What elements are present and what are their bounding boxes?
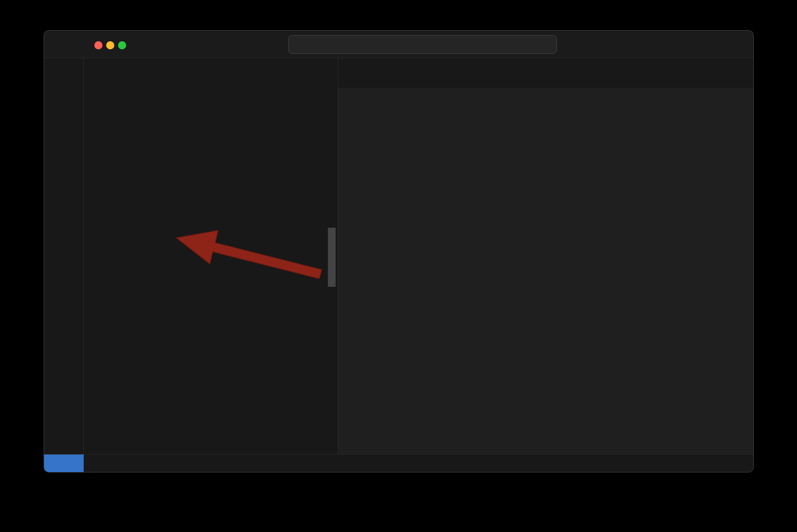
metals-sidebar	[84, 58, 338, 454]
minimize-window-button[interactable]	[106, 41, 114, 49]
history-back-button[interactable]	[244, 40, 256, 51]
activity-bar	[44, 58, 84, 454]
workbench	[44, 58, 753, 454]
more-actions-icon[interactable]	[309, 66, 323, 80]
tab-bar	[338, 58, 753, 88]
status-bar	[44, 454, 753, 472]
vscode-window	[44, 31, 753, 472]
breadcrumb	[338, 88, 753, 106]
remote-indicator[interactable]	[44, 454, 84, 472]
sidebar-scrollbar[interactable]	[328, 228, 336, 287]
code-editor[interactable]	[338, 106, 753, 454]
overview-ruler[interactable]	[740, 106, 753, 454]
zoom-window-button[interactable]	[118, 41, 126, 49]
command-center-search[interactable]	[288, 35, 557, 54]
history-forward-button[interactable]	[269, 40, 280, 51]
minimap[interactable]	[695, 106, 740, 454]
remote-icon	[59, 458, 69, 469]
titlebar	[44, 31, 753, 58]
editor-group	[338, 58, 753, 454]
search-icon	[415, 39, 426, 50]
close-window-button[interactable]	[94, 41, 102, 49]
